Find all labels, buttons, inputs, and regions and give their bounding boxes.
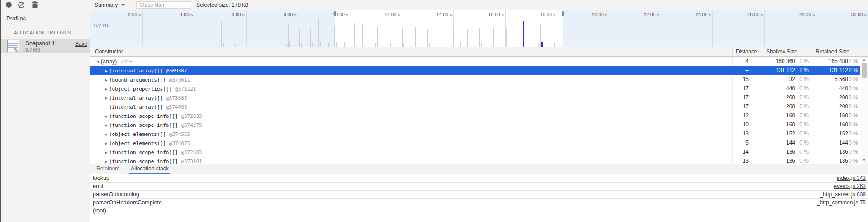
grid-scrollbar[interactable]: ▲ ▼	[860, 57, 868, 164]
stack-function-name: parserOnIncoming	[93, 191, 139, 198]
shallow-size-percent: 0 %	[795, 129, 811, 138]
allocation-timeline-overview[interactable]: 2.00 s4.00 s6.00 s8.00 s10.00 s12.00 s14…	[90, 10, 868, 47]
stack-frame-row[interactable]: parserOnIncoming_http_server.js:809	[90, 191, 868, 199]
ruler-tick: 6.00 s	[246, 10, 247, 47]
selection-handle-left[interactable]	[334, 11, 337, 17]
retained-size-value: 200	[811, 102, 848, 111]
retained-size-percent: 0 %	[848, 84, 860, 93]
stack-frame-row[interactable]: emitevents.js:263	[90, 183, 868, 191]
stack-function-name: (root)	[93, 207, 106, 215]
source-location-link[interactable]: events.js:263	[834, 183, 866, 190]
retained-size-percent: 2 %	[848, 66, 860, 75]
retained-size-percent: 2 %	[848, 57, 860, 66]
expand-icon[interactable]: ▶	[104, 130, 109, 138]
table-row[interactable]: ▶(function scope info)[]@374279101600 %1…	[90, 120, 860, 129]
allocation-bar	[312, 43, 313, 47]
allocation-bar	[375, 43, 376, 47]
table-row[interactable]: ▶(object properties)[]@371121174400 %440…	[90, 84, 860, 93]
stack-function-name: emit	[93, 183, 104, 190]
stack-frame-row[interactable]: (root)	[90, 207, 868, 215]
shallow-size-value: 136	[761, 156, 795, 164]
class-filter-input[interactable]	[136, 1, 191, 9]
allocation-bar	[453, 27, 454, 47]
source-location-link[interactable]: _http_common.js:75	[817, 199, 866, 207]
ruler-tick-label: 6.00 s	[232, 12, 245, 17]
allocation-bar	[318, 19, 319, 47]
expand-icon[interactable]: ▶	[104, 139, 109, 147]
object-id: @372583	[181, 150, 202, 155]
tab-retainers[interactable]: Retainers	[95, 164, 121, 174]
allocation-bar	[467, 29, 468, 47]
collapse-icon[interactable]: ▼	[95, 58, 101, 66]
expand-icon[interactable]: ▶	[104, 157, 109, 164]
detail-tabs: RetainersAllocation stack	[90, 164, 868, 174]
column-header-constructor[interactable]: Constructor	[90, 47, 733, 56]
table-row[interactable]: ▶(internal array)[]@369387–131 1122 %131…	[90, 66, 860, 75]
retained-size-value: 152	[811, 129, 848, 138]
column-header-distance[interactable]: Distance	[733, 47, 761, 56]
expand-icon[interactable]: ▶	[104, 76, 109, 84]
stack-frame-row[interactable]: parserOnHeadersComplete_http_common.js:7…	[90, 199, 868, 207]
table-row[interactable]: ▶(object elements)[]@374555131520 %1520 …	[90, 129, 860, 138]
table-row[interactable]: ▶(internal array)[]@373885172000 %2000 %	[90, 93, 860, 102]
table-row[interactable]: ▶(function scope info)[]@372333121600 %1…	[90, 111, 860, 120]
devtools-memory-panel: Summary Selected size: 178 kB Profiles A…	[0, 0, 868, 222]
allocation-bar	[320, 42, 321, 47]
table-row[interactable]: ▶(function scope info)[]@373101131360 %1…	[90, 156, 860, 164]
ruler-tick: 8.00 s	[298, 10, 298, 47]
stack-frame-row[interactable]: lookupindex.js:343	[90, 174, 868, 183]
allocation-bar	[354, 23, 355, 47]
allocation-bar	[455, 43, 455, 47]
expand-icon[interactable]: ▶	[104, 148, 109, 156]
table-row[interactable]: ▶(object elements)[]@37407551440 %1440 %	[90, 138, 860, 147]
allocation-bar	[377, 27, 378, 47]
delete-profile-button[interactable]	[30, 0, 40, 10]
svg-text:%: %	[14, 48, 18, 53]
scroll-up-icon[interactable]: ▲	[860, 57, 868, 63]
shallow-size-value: 131 112	[761, 66, 795, 75]
distance-value: –	[733, 66, 761, 75]
column-header-retained-size[interactable]: Retained Size	[811, 47, 860, 56]
expand-icon[interactable]: ▶	[104, 67, 109, 75]
ruler-tick-label: 16.00 s	[488, 12, 503, 17]
shallow-size-percent: 0 %	[795, 102, 811, 111]
expand-icon[interactable]: ▶	[104, 94, 109, 102]
column-header-shallow-size[interactable]: Shallow Size	[761, 47, 811, 56]
expand-icon[interactable]: ▶	[104, 85, 109, 93]
table-row[interactable]: ▶(function scope info)[]@372583141360 %1…	[90, 147, 860, 156]
tab-allocation-stack[interactable]: Allocation stack	[129, 164, 170, 174]
selection-handle-right[interactable]	[561, 11, 564, 17]
constructor-name: (internal array)[]	[109, 95, 163, 101]
retained-size-value: 165 488	[811, 57, 848, 66]
allocation-bar	[362, 24, 363, 47]
save-snapshot-link[interactable]: Save	[75, 41, 87, 47]
scroll-down-icon[interactable]: ▼	[860, 158, 868, 163]
perspective-select-value: Summary	[95, 2, 118, 8]
allocation-bar	[221, 22, 222, 47]
perspective-select[interactable]: Summary	[93, 0, 126, 10]
expand-icon[interactable]: ▶	[104, 112, 109, 120]
toolbar-separator	[90, 0, 90, 10]
sidebar-item-snapshot-1[interactable]: % Snapshot 1 6.7 MB Save	[0, 39, 90, 53]
scrollbar-thumb[interactable]	[862, 63, 867, 78]
table-row[interactable]: ▶(bound arguments)[]@37361115320 %5 5680…	[90, 75, 860, 84]
retained-size-value: 144	[811, 138, 848, 147]
ruler-tick-label: 12.00 s	[384, 12, 400, 17]
expand-icon[interactable]: ▶	[104, 121, 109, 129]
source-location-link[interactable]: index.js:343	[837, 174, 866, 182]
retained-size-percent: 0 %	[848, 93, 860, 102]
clear-profiles-button[interactable]	[16, 0, 26, 10]
record-button[interactable]	[4, 0, 14, 10]
allocation-bar	[540, 24, 541, 47]
object-id: @373101	[181, 159, 202, 164]
source-location-link[interactable]: _http_server.js:809	[820, 191, 866, 198]
retained-size-value: 200	[811, 93, 848, 102]
selected-size-label: Selected size: 178 kB	[196, 0, 248, 10]
table-row[interactable]: (internal array)[]@374093172000 %2000 %	[90, 102, 860, 111]
ruler-tick: 26.00 s	[764, 10, 765, 47]
shallow-size-value: 136	[761, 147, 795, 156]
ruler-tick-label: 20.00 s	[592, 12, 607, 17]
retained-size-percent: 0 %	[848, 138, 860, 147]
table-row[interactable]: ▼(array)×3154160 3602 %165 4882 %	[90, 57, 860, 66]
allocation-stack-panel: lookupindex.js:343emitevents.js:263parse…	[90, 174, 868, 215]
